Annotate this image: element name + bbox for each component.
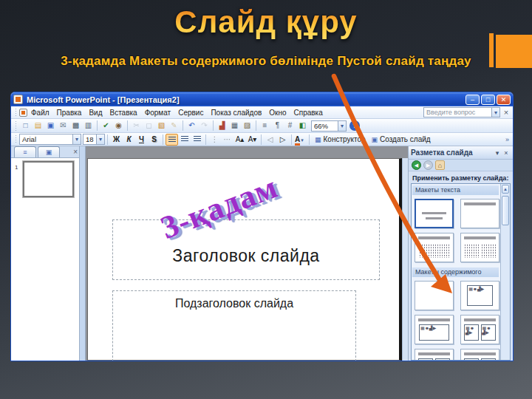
workspace-scrollbar[interactable] [402,158,408,361]
layout-blank[interactable] [415,281,454,310]
expand-all-icon[interactable]: ≡ [259,120,271,132]
align-center-button[interactable] [178,134,191,146]
insert-table-icon[interactable]: ▦ [228,120,241,132]
menu-item-window[interactable]: Окно [265,107,290,118]
save-icon[interactable]: ▣ [44,120,57,132]
instruction-text: 3-қадамда Макеты содержимого бөлімінде П… [0,54,532,69]
menu-item-slide-show[interactable]: Показ слайдов [207,107,265,118]
design-icon: ▦ [315,136,321,143]
layout-title-only[interactable] [460,199,499,228]
undo-icon[interactable]: ↶ [185,120,198,132]
align-left-button[interactable] [166,134,178,146]
layout-title-two-column-text[interactable] [460,233,499,262]
standard-toolbar: □▤▣✉▩▥✔◉✂◻▧✎↶↷▟▦▨≡¶#◧ 66% ▾ ? [11,119,513,133]
chevron-down-icon[interactable]: ▾ [491,108,499,117]
pane-splitter[interactable] [80,146,86,361]
outline-pane-close-icon[interactable]: × [73,147,78,157]
close-button[interactable]: ✕ [497,95,511,105]
back-button[interactable]: ◀ [412,160,421,170]
chevron-down-icon[interactable]: ▾ [338,121,346,131]
menu-item-view[interactable]: Вид [85,107,106,118]
task-pane-close-icon[interactable]: × [502,149,511,157]
task-pane-scrollbar[interactable]: ▲ [500,184,510,360]
grid-icon[interactable]: # [284,120,296,132]
layout-title-text[interactable] [415,233,454,262]
scroll-up-icon[interactable]: ▲ [502,185,509,194]
format-painter-icon[interactable]: ✎ [168,120,180,132]
layout-title-content[interactable]: ▦☻▟▶ [415,315,454,344]
layout-title-slide[interactable] [415,199,454,228]
open-folder-icon[interactable]: ▤ [32,120,44,132]
bullets-button[interactable]: ⋯ [221,134,233,146]
menu-bar-close-icon[interactable]: × [502,108,510,117]
task-pane-menu-icon[interactable]: ▾ [493,149,502,157]
increase-font-size-button[interactable]: А▴ [233,134,246,146]
numbering-button[interactable]: ⋮ [208,134,221,146]
layout-content[interactable]: ▦☻▟▶ [460,281,499,310]
corner-accent-rect [496,35,532,68]
scroll-thumb[interactable] [502,196,509,225]
research-icon[interactable]: ◉ [112,120,125,132]
font-size-combobox[interactable]: 18 ▾ [83,134,105,145]
toolbar-separator [107,134,108,145]
toolbar-separator [183,120,183,131]
formatting-toolbar-buttons: ЖКЧS⋮⋯А▴А▾◁▷А▾ [110,134,307,146]
home-button[interactable]: ⌂ [435,160,445,170]
menu-item-insert[interactable]: Вставка [106,107,140,118]
print-preview-icon[interactable]: ▥ [82,120,95,132]
question-input[interactable]: Введите вопрос ▾ [423,107,500,117]
menu-item-edit[interactable]: Правка [53,107,86,118]
tab-slides[interactable]: ▣ [38,146,60,157]
forward-button[interactable]: ▶ [423,160,433,170]
layout-title-content-and-content[interactable]: ▦☻▟▶▦☻▟▶ [415,349,454,361]
menu-item-help[interactable]: Справка [290,107,327,118]
font-name-combobox[interactable]: Arial ▾ [19,134,81,145]
minimize-button[interactable]: – [466,95,480,105]
slide-number: 1 [15,164,18,171]
tab-outline[interactable]: ≡ [14,146,36,157]
menu-item-format[interactable]: Формат [141,107,175,118]
print-icon[interactable]: ▩ [69,120,82,132]
new-file-icon[interactable]: □ [19,120,32,132]
chevron-down-icon[interactable]: ▾ [96,134,104,144]
underline-button[interactable]: Ч [135,134,148,146]
tables-borders-icon[interactable]: ▨ [241,120,253,132]
bold-button[interactable]: Ж [110,134,123,146]
spelling-icon[interactable]: ✔ [100,120,112,132]
window-content: ≡ ▣ × 1 Заголовок слайда Подзаголовок сл… [11,146,513,361]
slide-thumbnail[interactable] [23,161,74,197]
menu-item-file[interactable]: Файл [27,107,53,118]
layout-grid: ▦☻▟▶▦☻▟▶▦☻▟▶▦☻▟▶▦☻▟▶▦☻▟▶▦☻▟▶▦☻▟▶ [412,277,499,361]
outline-icon: ≡ [23,149,27,156]
decrease-indent-button[interactable]: ◁ [264,134,276,146]
new-slide-button[interactable]: ▣ Создать слайд [369,134,434,146]
email-icon[interactable]: ✉ [57,120,69,132]
decrease-font-size-button[interactable]: А▾ [246,134,259,146]
subtitle-placeholder[interactable]: Подзаголовок слайда [112,290,356,361]
toolbar-separator [213,120,214,131]
title-placeholder[interactable]: Заголовок слайда [112,219,380,280]
slide-editor[interactable]: Заголовок слайда Подзаголовок слайда 3-қ… [87,158,402,361]
italic-button[interactable]: К [123,134,135,146]
insert-chart-icon[interactable]: ▟ [216,120,228,132]
restore-button[interactable]: □ [481,95,495,105]
paste-icon[interactable]: ▧ [155,120,168,132]
slide-workspace: Заголовок слайда Подзаголовок слайда 3-қ… [86,146,408,361]
chevron-down-icon[interactable]: ▾ [72,134,81,144]
help-icon[interactable]: ? [349,120,360,131]
copy-icon[interactable]: ◻ [143,120,155,132]
show-formatting-icon[interactable]: ¶ [271,120,284,132]
font-color-button[interactable]: А▾ [294,134,307,146]
shadow-button[interactable]: S [148,134,160,146]
redo-icon[interactable]: ↷ [198,120,211,132]
increase-indent-button[interactable]: ▷ [276,134,289,146]
slide-design-button[interactable]: ▦ Конструктор [312,134,369,146]
zoom-combobox[interactable]: 66% ▾ [311,120,347,132]
cut-icon[interactable]: ✂ [130,120,143,132]
menu-item-tools[interactable]: Сервис [174,107,207,118]
color-grayscale-icon[interactable]: ◧ [296,120,309,132]
layout-title-two-content[interactable]: ▦☻▟▶▦☻▟▶ [460,315,499,344]
layout-title-four-content[interactable]: ▦☻▟▶▦☻▟▶ [460,349,499,361]
align-right-button[interactable] [191,134,203,146]
toolbar-options-icon[interactable]: » [505,136,511,143]
